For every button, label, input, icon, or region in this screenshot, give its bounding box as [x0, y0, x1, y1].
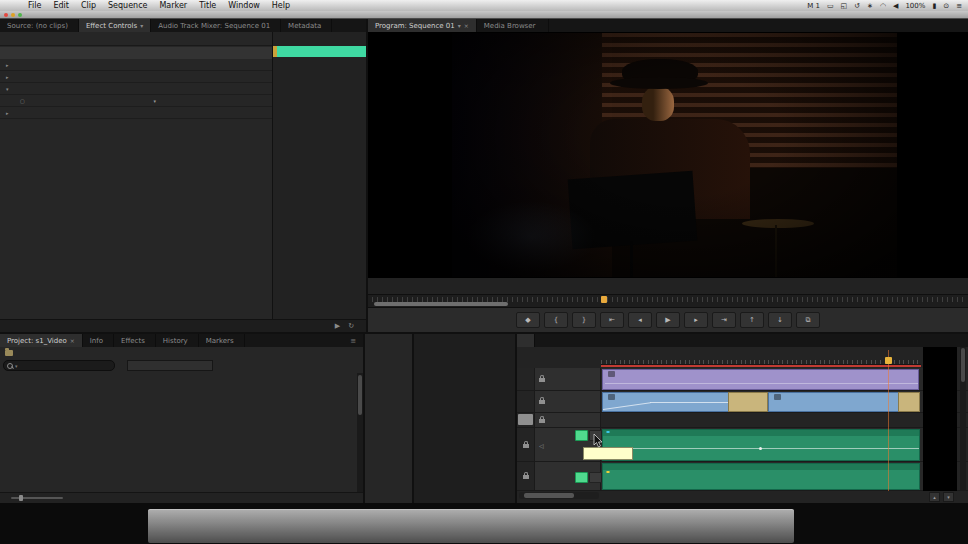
- status-icon[interactable]: ◠: [880, 2, 886, 10]
- transport-button[interactable]: ◂: [628, 312, 652, 328]
- minimize-window-button[interactable]: [11, 13, 15, 17]
- effect-row-channel-volume[interactable]: ▸: [0, 72, 272, 83]
- timeline-clip-a2[interactable]: [602, 463, 920, 490]
- panel-menu-icon[interactable]: ≡: [350, 337, 361, 345]
- zoom-window-button[interactable]: [18, 13, 22, 17]
- menu-item[interactable]: Window: [228, 1, 260, 10]
- scrubber-playhead[interactable]: [601, 296, 607, 303]
- search-input[interactable]: ▾: [3, 360, 115, 371]
- panel-tab[interactable]: Info: [83, 334, 114, 347]
- menu-item[interactable]: Sequence: [108, 1, 147, 10]
- thumbnail-zoom-slider[interactable]: [11, 497, 63, 499]
- panel-tab[interactable]: Metadata: [281, 19, 332, 32]
- timeline-tab[interactable]: [517, 334, 535, 347]
- effect-controls-mini-timeline[interactable]: [272, 32, 366, 319]
- status-icon[interactable]: ↺: [854, 2, 860, 10]
- panel-tab[interactable]: Program: Sequence 01▾×: [368, 19, 477, 32]
- transport-button[interactable]: }: [572, 312, 596, 328]
- effect-row-panner[interactable]: ▸: [0, 108, 272, 119]
- transport-button[interactable]: ▶: [656, 312, 680, 328]
- menu-item[interactable]: Title: [199, 1, 216, 10]
- menu-item[interactable]: Help: [272, 1, 290, 10]
- panel-tab[interactable]: Effects: [114, 334, 156, 347]
- search-options-arrow[interactable]: ▾: [15, 363, 18, 369]
- lock-icon[interactable]: [539, 419, 545, 423]
- timeline-playhead-marker[interactable]: [885, 357, 892, 364]
- lock-icon[interactable]: [539, 400, 545, 404]
- status-icon[interactable]: ▭: [827, 2, 834, 10]
- panel-tab[interactable]: Effect Controls▾: [79, 19, 151, 32]
- effect-row-volume[interactable]: ▸: [0, 60, 272, 71]
- transition-dip-to-black[interactable]: [728, 392, 768, 412]
- menu-item[interactable]: Edit: [53, 1, 69, 10]
- status-icon[interactable]: ≡: [956, 2, 962, 10]
- scroll-up-button[interactable]: ▴: [929, 492, 940, 502]
- tools-panel: [365, 334, 412, 503]
- keyframe-dot[interactable]: [759, 447, 762, 450]
- transport-button[interactable]: ⇤: [600, 312, 624, 328]
- transport-button[interactable]: {: [544, 312, 568, 328]
- close-window-button[interactable]: [4, 13, 8, 17]
- expand-icon[interactable]: ▸: [6, 110, 12, 116]
- panel-tab[interactable]: Markers: [199, 334, 245, 347]
- program-tabbar: Program: Sequence 01▾×Media Browser: [368, 19, 968, 32]
- effect-row-fill-left[interactable]: ▾: [0, 84, 272, 95]
- status-icon[interactable]: ⊙: [943, 2, 949, 10]
- status-icon[interactable]: ◀: [893, 2, 898, 10]
- timeline-playhead-line[interactable]: [888, 350, 889, 491]
- menu-item[interactable]: Clip: [81, 1, 96, 10]
- transport-mini-icon[interactable]: ▶: [335, 322, 340, 330]
- expand-icon[interactable]: ▸: [6, 62, 12, 68]
- timeline-horizontal-scrollbar[interactable]: [519, 492, 599, 499]
- source-patch-column[interactable]: [517, 368, 535, 390]
- mute-track-button[interactable]: [575, 472, 588, 483]
- program-scrubber[interactable]: [368, 294, 968, 308]
- solo-track-button[interactable]: [589, 472, 602, 483]
- panel-tab[interactable]: Audio Track Mixer: Sequence 01: [151, 19, 281, 32]
- timeline-ruler[interactable]: [601, 348, 921, 365]
- expand-icon[interactable]: ▾: [6, 86, 12, 92]
- lock-icon[interactable]: [539, 378, 545, 382]
- status-icon[interactable]: 100%: [905, 2, 925, 10]
- search-in-dropdown[interactable]: [127, 360, 213, 371]
- mini-timeline-clip[interactable]: [277, 46, 366, 57]
- fx-badge-icon: [608, 371, 615, 377]
- lock-icon[interactable]: [523, 475, 529, 479]
- menu-item[interactable]: File: [28, 1, 41, 10]
- menu-item[interactable]: Marker: [159, 1, 187, 10]
- status-icon[interactable]: ▮: [932, 2, 936, 10]
- transport-button[interactable]: ▸: [684, 312, 708, 328]
- transition-dip-to-black-2[interactable]: [898, 392, 920, 412]
- panel-tab[interactable]: Media Browser: [477, 19, 550, 32]
- dropdown-arrow-icon[interactable]: ▾: [153, 98, 156, 104]
- transport-button[interactable]: ↓: [768, 312, 792, 328]
- program-video-frame[interactable]: [452, 33, 897, 277]
- transport-button[interactable]: ⇥: [712, 312, 736, 328]
- status-icon[interactable]: ∗: [867, 2, 873, 10]
- scroll-down-button[interactable]: ▾: [943, 492, 954, 502]
- status-icon[interactable]: ◱: [841, 2, 848, 10]
- speaker-icon[interactable]: ◁: [539, 442, 544, 449]
- transport-button[interactable]: ◆: [516, 312, 540, 328]
- timeline-clip-a1[interactable]: [602, 429, 920, 461]
- timeline-clip-v2-a[interactable]: [602, 392, 748, 412]
- transport-button[interactable]: ↑: [740, 312, 764, 328]
- status-icon[interactable]: M 1: [807, 2, 820, 10]
- program-transport-bar: ◆{}⇤◂▶▸⇥↑↓⧉: [368, 308, 968, 332]
- mute-track-button[interactable]: [575, 430, 588, 441]
- expand-icon[interactable]: ▸: [6, 74, 12, 80]
- panel-tab[interactable]: Project: s1_Video×: [0, 334, 83, 347]
- transport-mini-icon[interactable]: ↻: [348, 322, 354, 330]
- panel-tab[interactable]: History: [156, 334, 199, 347]
- panel-tab[interactable]: Source: (no clips): [0, 19, 79, 32]
- timeline-clip-v3[interactable]: [602, 369, 919, 390]
- scrubber-zoom-bar[interactable]: [374, 302, 508, 306]
- audio-meters-panel: [414, 334, 515, 503]
- source-patch-v1[interactable]: [518, 414, 533, 425]
- timeline-vertical-scrollbar[interactable]: [960, 347, 966, 491]
- lock-icon[interactable]: [523, 444, 529, 448]
- audio-effects-section-header[interactable]: [0, 47, 272, 59]
- effect-row-bypass[interactable]: ▢▾: [0, 96, 272, 107]
- checkbox-icon[interactable]: ▢: [20, 98, 26, 104]
- transport-button[interactable]: ⧉: [796, 312, 820, 328]
